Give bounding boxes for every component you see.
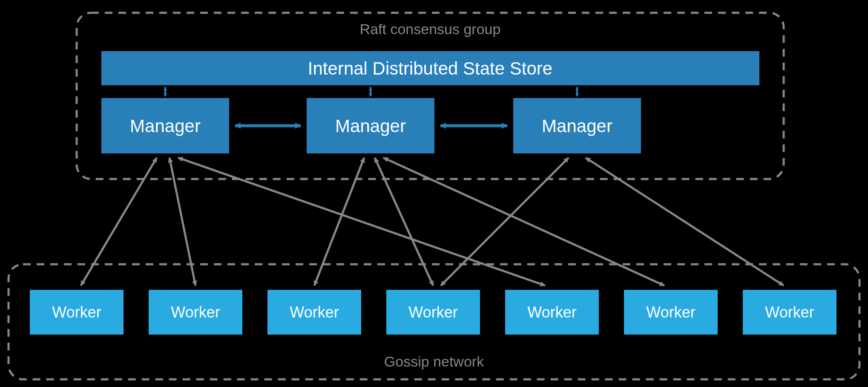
- link-m3-w7: [586, 158, 784, 286]
- link-m1-w5: [178, 158, 545, 286]
- worker-label-6: Worker: [646, 303, 695, 321]
- state-store-label: Internal Distributed State Store: [308, 58, 552, 78]
- link-m1-w2: [170, 158, 195, 286]
- raft-group-label: Raft consensus group: [360, 21, 501, 37]
- worker-label-7: Worker: [765, 303, 814, 321]
- worker-label-3: Worker: [290, 303, 339, 321]
- gossip-group-label: Gossip network: [384, 353, 484, 370]
- manager-label-1: Manager: [130, 116, 201, 136]
- link-m3-w4: [441, 158, 569, 286]
- manager-label-3: Manager: [542, 116, 612, 136]
- worker-label-1: Worker: [52, 303, 101, 321]
- raft-group: [77, 13, 784, 179]
- worker-label-5: Worker: [527, 303, 576, 321]
- manager-label-2: Manager: [335, 116, 406, 136]
- link-m1-w1: [81, 158, 157, 286]
- worker-label-2: Worker: [171, 303, 220, 321]
- link-m2-w3: [314, 158, 364, 286]
- worker-label-4: Worker: [408, 303, 457, 321]
